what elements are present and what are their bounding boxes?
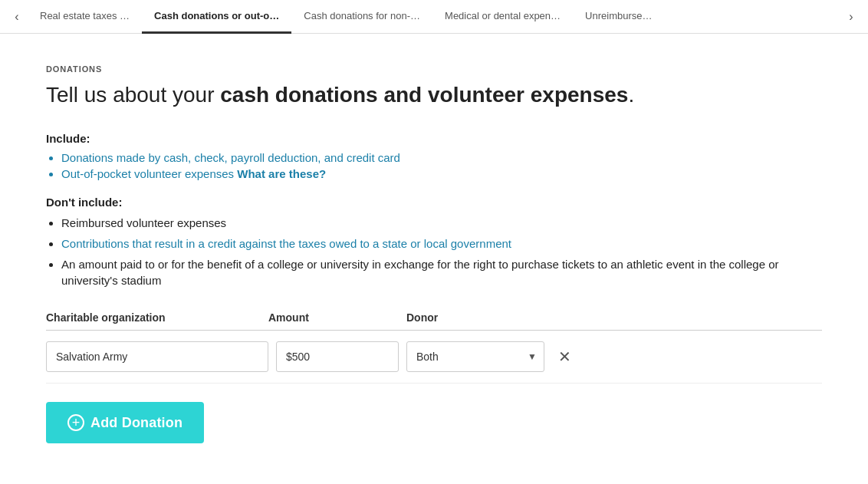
dont-include-item-2: Contributions that result in a credit ag… — [61, 235, 822, 252]
tab-item-medical[interactable]: Medical or dental expen… — [432, 0, 573, 34]
include-item-1-text: Donations made by cash, check, payroll d… — [61, 151, 400, 164]
donor-select[interactable]: Both Taxpayer Spouse — [406, 341, 544, 372]
col-header-donor: Donor — [406, 311, 544, 324]
include-item-2: Out-of-pocket volunteer expenses What ar… — [61, 167, 822, 180]
amount-input[interactable] — [276, 341, 399, 372]
tab-left-arrow[interactable]: ‹ — [6, 0, 28, 34]
include-item-2-blue: Out-of-pocket volunteer expenses — [61, 167, 237, 180]
col-header-org: Charitable organization — [46, 311, 268, 324]
include-section: Include: Donations made by cash, check, … — [46, 132, 822, 180]
col-header-amount: Amount — [268, 311, 406, 324]
delete-row-button[interactable]: ✕ — [552, 347, 577, 366]
tab-item-cash-donations[interactable]: Cash donations or out-o… — [142, 0, 291, 34]
dont-include-item-1-text: Reimbursed volunteer expenses — [61, 216, 226, 229]
dont-include-list: Reimbursed volunteer expenses Contributi… — [61, 215, 822, 288]
donation-table: Charitable organization Amount Donor Bot… — [46, 311, 822, 384]
dont-include-section: Don't include: Reimbursed volunteer expe… — [46, 196, 822, 288]
col-action-wrapper: ✕ — [544, 347, 583, 366]
table-header: Charitable organization Amount Donor — [46, 311, 822, 331]
plus-circle-icon: + — [67, 414, 84, 431]
title-prefix: Tell us about your — [46, 83, 220, 107]
add-donation-button[interactable]: + Add Donation — [46, 402, 204, 443]
include-item-1: Donations made by cash, check, payroll d… — [61, 151, 822, 164]
tab-item-unreimb[interactable]: Unreimburse… — [573, 0, 664, 34]
dont-include-item-3-text: An amount paid to or for the benefit of … — [61, 258, 779, 287]
dont-include-item-1: Reimbursed volunteer expenses — [61, 215, 822, 231]
col-donor-select-wrapper: Both Taxpayer Spouse ▼ — [406, 341, 544, 372]
dont-include-item-3: An amount paid to or for the benefit of … — [61, 256, 822, 288]
dont-include-item-2-text: Contributions that result in a credit ag… — [61, 237, 511, 250]
tab-item-cash-non[interactable]: Cash donations for non-… — [291, 0, 432, 34]
page-title: Tell us about your cash donations and vo… — [46, 81, 822, 109]
tab-item-real-estate[interactable]: Real estate taxes … — [28, 0, 142, 34]
tab-navigation: ‹ Real estate taxes …Cash donations or o… — [0, 0, 868, 34]
title-suffix: . — [628, 83, 634, 107]
main-content: DONATIONS Tell us about your cash donati… — [0, 34, 868, 484]
what-are-these-link[interactable]: What are these? — [237, 167, 326, 180]
add-donation-label: Add Donation — [90, 415, 182, 431]
title-bold: cash donations and volunteer expenses — [220, 83, 628, 107]
include-label: Include: — [46, 132, 822, 145]
section-label: DONATIONS — [46, 64, 822, 74]
col-org-input-wrapper — [46, 341, 268, 372]
tab-items-container: Real estate taxes …Cash donations or out… — [28, 0, 840, 34]
dont-include-label: Don't include: — [46, 196, 822, 209]
donor-select-container: Both Taxpayer Spouse ▼ — [406, 341, 544, 372]
col-amount-input-wrapper — [268, 341, 406, 372]
table-row: Both Taxpayer Spouse ▼ ✕ — [46, 331, 822, 384]
tab-right-arrow[interactable]: › — [840, 0, 862, 34]
include-list: Donations made by cash, check, payroll d… — [61, 151, 822, 180]
org-input[interactable] — [46, 341, 268, 372]
